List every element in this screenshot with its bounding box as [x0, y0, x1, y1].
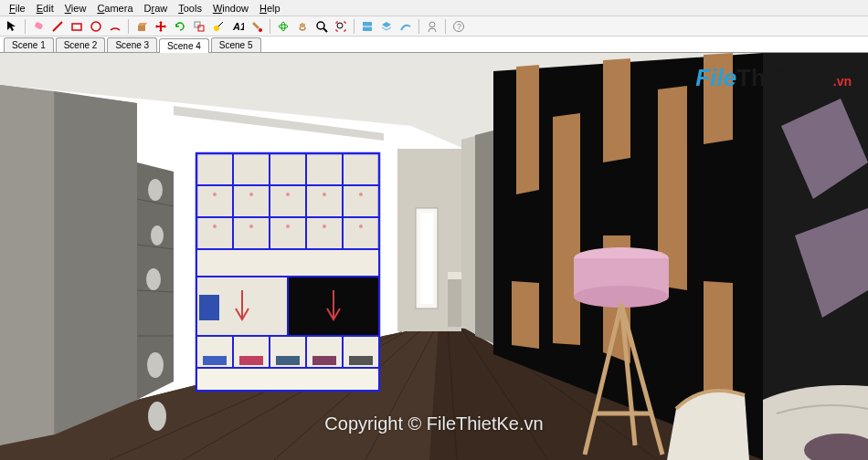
- svg-point-43: [147, 352, 164, 378]
- svg-point-3: [91, 22, 101, 31]
- pan-tool[interactable]: [294, 18, 311, 35]
- toolbar-separator: [270, 19, 270, 34]
- style-tool[interactable]: [397, 18, 414, 35]
- scale-tool[interactable]: [191, 18, 207, 35]
- svg-text:A1: A1: [232, 21, 244, 32]
- svg-point-77: [359, 225, 363, 228]
- menu-file[interactable]: File: [4, 3, 31, 14]
- toolbar-separator: [128, 19, 129, 34]
- svg-rect-6: [198, 26, 204, 31]
- svg-line-14: [323, 28, 327, 32]
- svg-point-73: [213, 225, 217, 228]
- svg-point-40: [148, 179, 163, 201]
- svg-rect-65: [312, 356, 336, 365]
- svg-rect-2: [72, 24, 81, 30]
- text-tool[interactable]: A1: [229, 18, 246, 35]
- logo-part2: Thiết Kế: [736, 64, 833, 91]
- svg-point-74: [249, 225, 253, 228]
- scene-tab-5[interactable]: Scene 5: [211, 37, 261, 52]
- svg-point-70: [286, 193, 290, 196]
- svg-marker-85: [475, 131, 493, 343]
- menu-window[interactable]: Window: [207, 3, 254, 14]
- svg-rect-78: [199, 295, 219, 320]
- toolbar-separator: [354, 19, 355, 34]
- help-tool[interactable]: ?: [450, 18, 467, 35]
- svg-point-71: [323, 193, 326, 196]
- select-tool[interactable]: [4, 18, 20, 35]
- menu-help[interactable]: Help: [254, 3, 286, 14]
- svg-point-15: [337, 23, 343, 28]
- svg-point-76: [323, 225, 326, 228]
- svg-marker-32: [0, 85, 55, 445]
- pushpull-tool[interactable]: [133, 18, 150, 35]
- svg-point-17: [429, 22, 435, 27]
- toolbar-separator: [445, 19, 446, 34]
- svg-point-68: [213, 193, 217, 196]
- svg-point-69: [249, 193, 253, 196]
- layer-tool[interactable]: [378, 18, 395, 35]
- scene-tab-4[interactable]: Scene 4: [159, 38, 209, 53]
- svg-line-8: [218, 22, 223, 26]
- svg-rect-63: [239, 356, 263, 365]
- zoom-tool[interactable]: [313, 18, 330, 35]
- svg-marker-34: [55, 91, 137, 434]
- zoom-extents-tool[interactable]: [333, 18, 349, 35]
- svg-point-44: [148, 402, 166, 431]
- svg-point-42: [146, 268, 161, 290]
- svg-marker-94: [512, 281, 539, 349]
- arc-tool[interactable]: [107, 18, 123, 35]
- move-tool[interactable]: [153, 18, 169, 35]
- watermark-logo: FileThiết Kế.vn: [695, 64, 852, 92]
- svg-point-13: [317, 22, 324, 29]
- paint-tool[interactable]: [249, 18, 265, 35]
- scene-tabs: Scene 1 Scene 2 Scene 3 Scene 4 Scene 5: [0, 37, 868, 53]
- svg-rect-62: [203, 356, 227, 365]
- svg-rect-66: [349, 356, 373, 365]
- svg-rect-0: [35, 21, 44, 29]
- svg-line-1: [53, 22, 62, 31]
- svg-point-11: [279, 25, 288, 28]
- svg-rect-5: [195, 22, 200, 27]
- watermark-copyright: Copyright © FileThietKe.vn: [324, 413, 543, 434]
- toolbar-separator: [418, 19, 419, 34]
- menu-edit[interactable]: Edit: [31, 3, 59, 14]
- menu-bar: File Edit View Camera Draw Tools Window …: [0, 0, 868, 16]
- scene-tab-2[interactable]: Scene 2: [56, 37, 106, 52]
- scene-tab-1[interactable]: Scene 1: [4, 37, 54, 52]
- scene-tab-3[interactable]: Scene 3: [107, 37, 157, 52]
- viewport-3d[interactable]: FileThiết Kế.vn Copyright © FileThietKe.…: [0, 53, 868, 460]
- eraser-tool[interactable]: [30, 18, 47, 35]
- logo-part3: .vn: [833, 74, 852, 89]
- svg-marker-88: [553, 113, 580, 345]
- rotate-tool[interactable]: [172, 18, 188, 35]
- menu-draw[interactable]: Draw: [139, 3, 174, 14]
- svg-point-12: [281, 22, 285, 31]
- svg-point-41: [151, 225, 164, 246]
- svg-rect-54: [196, 249, 379, 277]
- svg-marker-87: [516, 65, 539, 194]
- logo-part1: File: [695, 64, 736, 91]
- svg-rect-67: [196, 368, 379, 391]
- svg-rect-81: [420, 213, 433, 304]
- rect-tool[interactable]: [69, 18, 85, 35]
- orbit-tool[interactable]: [275, 18, 291, 35]
- menu-tools[interactable]: Tools: [173, 3, 207, 14]
- svg-rect-4: [138, 26, 145, 31]
- section-tool[interactable]: [359, 18, 376, 35]
- svg-marker-89: [603, 58, 630, 162]
- toolbar: A1 ?: [0, 16, 868, 37]
- svg-point-75: [286, 225, 290, 228]
- selected-shelf[interactable]: [196, 153, 379, 391]
- svg-point-10: [259, 28, 262, 32]
- svg-rect-64: [276, 356, 300, 365]
- svg-text:?: ?: [457, 22, 461, 31]
- svg-point-72: [359, 193, 363, 196]
- line-tool[interactable]: [49, 18, 66, 35]
- tape-tool[interactable]: [210, 18, 227, 35]
- menu-camera[interactable]: Camera: [91, 3, 138, 14]
- profile-tool[interactable]: [424, 18, 440, 35]
- menu-view[interactable]: View: [59, 3, 92, 14]
- circle-tool[interactable]: [88, 18, 104, 35]
- toolbar-separator: [25, 19, 26, 34]
